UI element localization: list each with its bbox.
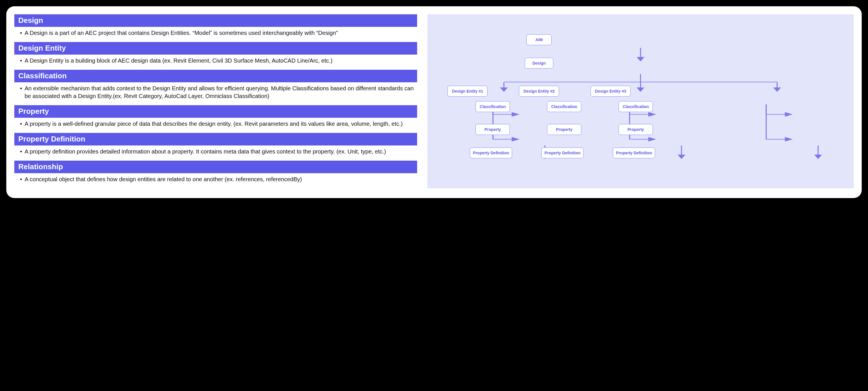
definition-property-definition: Property Definition A property definitio… [14, 133, 417, 160]
node-design-entity-1: Design Entity #1 [447, 86, 488, 97]
node-design-entity-2: Design Entity #2 [519, 86, 559, 97]
definition-design: Design A Design is a part of an AEC proj… [14, 14, 417, 41]
definitions-panel: Design A Design is a part of an AEC proj… [14, 14, 417, 188]
node-classification-3: Classification [619, 101, 653, 112]
definition-title: Design Entity [14, 42, 417, 55]
definition-body: A property definition provides detailed … [14, 145, 417, 160]
definition-title: Classification [14, 70, 417, 82]
definition-body: A conceptual object that defines how des… [14, 173, 417, 187]
node-propdef-2: Property Definition [541, 148, 584, 158]
definition-classification: Classification An extensible mechanism t… [14, 70, 417, 104]
hierarchy-diagram: AIM Design Design Entity #1 Classificati… [427, 14, 854, 188]
node-classification-2: Classification [547, 101, 581, 112]
node-propdef-1: Property Definition [470, 148, 512, 158]
node-design-entity-3: Design Entity #3 [590, 86, 630, 97]
node-classification-1: Classification [475, 101, 510, 112]
definition-design-entity: Design Entity A Design Entity is a build… [14, 42, 417, 69]
node-property-1: Property [475, 124, 510, 135]
definition-title: Relationship [14, 161, 417, 173]
definition-title: Design [14, 14, 417, 27]
slide-frame: Design A Design is a part of an AEC proj… [6, 6, 862, 198]
definition-title: Property Definition [14, 133, 417, 145]
definition-property: Property A property is a well-defined gr… [14, 105, 417, 132]
definition-body: An extensible mechanism that adds contex… [14, 82, 417, 104]
definition-relationship: Relationship A conceptual object that de… [14, 161, 417, 187]
node-property-2: Property [547, 124, 581, 135]
node-propdef-3: Property Definition [613, 148, 655, 158]
node-design: Design [525, 58, 553, 69]
definition-body: A property is a well-defined granular pi… [14, 118, 417, 132]
definition-body: A Design Entity is a building block of A… [14, 55, 417, 69]
node-aim: AIM [526, 34, 552, 45]
node-property-3: Property [619, 124, 653, 135]
definition-body: A Design is a part of an AEC project tha… [14, 27, 417, 41]
definition-title: Property [14, 105, 417, 118]
